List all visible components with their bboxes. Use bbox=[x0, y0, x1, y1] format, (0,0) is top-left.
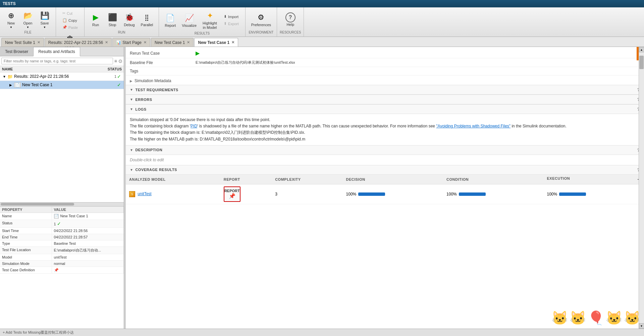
scroll-down-button[interactable]: ▼ bbox=[639, 323, 644, 329]
test-case-expand[interactable]: ▶ bbox=[9, 83, 14, 87]
new-button[interactable]: ⊕ New ▼ bbox=[3, 9, 19, 30]
resources-section-label: RESOURCES bbox=[280, 31, 301, 35]
results-root-status-num: 1 bbox=[114, 74, 116, 78]
unit-test-link[interactable]: unitTest bbox=[138, 191, 151, 196]
visualize-button[interactable]: 📈 Visualize bbox=[179, 11, 200, 30]
description-header[interactable]: ▼ DESCRIPTION ? bbox=[126, 146, 644, 155]
horizontal-scrollbar[interactable] bbox=[0, 202, 124, 206]
prop-row-status: Status 1 ✓ bbox=[0, 220, 124, 227]
tab-new-test-case-1-b-label: New Test Case 1 bbox=[198, 40, 229, 45]
property-col-header: PROPERTY bbox=[0, 207, 52, 213]
tab-start-page[interactable]: 📊 Start Page ✕ bbox=[112, 38, 150, 47]
report-btn-label: REPORT bbox=[224, 189, 240, 193]
run-button[interactable]: ▶ Run bbox=[87, 10, 104, 29]
scroll-up-button[interactable]: ▲ bbox=[639, 47, 644, 52]
properties-table: PROPERTY VALUE Name 📄 New Test Case 1 bbox=[0, 207, 124, 274]
coverage-header-row: ANALYZED MODEL REPORT COMPLEXITY DECISIO… bbox=[126, 175, 644, 184]
prop-start-time-label: Start Time bbox=[0, 227, 52, 234]
right-scrollbar[interactable]: ▲ ▼ bbox=[639, 47, 644, 329]
analyzed-model-header: ANALYZED MODEL bbox=[129, 177, 166, 181]
results-root-expand-icon[interactable]: ▼ bbox=[3, 75, 7, 78]
toolbar-resources-section: ? Help RESOURCES bbox=[277, 7, 304, 37]
filter-list-icon[interactable]: ≡ bbox=[114, 58, 117, 64]
parallel-icon: ⣿ bbox=[142, 12, 152, 23]
prop-type-value: Baseline Test bbox=[52, 240, 123, 246]
import-icon: ⬇ bbox=[224, 14, 227, 19]
prop-row-file-location: Test File Location E:\matlabpro\自己练习自动..… bbox=[0, 246, 124, 254]
report-button[interactable]: 📄 Report bbox=[162, 11, 179, 30]
prop-end-time-label: End Time bbox=[0, 234, 52, 240]
description-section: ▼ DESCRIPTION ? Double-click to edit bbox=[126, 146, 644, 165]
test-case-label: New Test Case 1 bbox=[22, 82, 111, 87]
stop-button[interactable]: ⬛ Stop bbox=[104, 10, 121, 29]
parallel-label: Parallel bbox=[141, 23, 153, 27]
prop-model-value: unitTest bbox=[52, 254, 123, 260]
copy-button[interactable]: 📋 Copy bbox=[60, 17, 80, 23]
pid-link[interactable]: PID bbox=[191, 124, 197, 128]
content-scroll[interactable]: Rerun Test Case ▶ Baseline File E:\matla… bbox=[126, 47, 644, 336]
tree: ▼ 📁 Results: 2022-Apr-22 21:28:56 1 ✓ ▶ … bbox=[0, 72, 124, 202]
cut-button[interactable]: ✂ Cut bbox=[60, 10, 80, 16]
coverage-header[interactable]: ▼ COVERAGE RESULTS ? bbox=[126, 165, 644, 175]
errors-header[interactable]: ▼ ERRORS ? bbox=[126, 95, 644, 104]
logs-content: Simulation stopped at '0.04' because the… bbox=[126, 114, 644, 145]
scroll-track bbox=[639, 52, 644, 323]
search-input[interactable] bbox=[1, 58, 113, 64]
tags-value bbox=[193, 67, 644, 75]
import-button[interactable]: ⬇ Import bbox=[221, 13, 241, 20]
paste-button[interactable]: 📌 Paste bbox=[60, 24, 80, 31]
save-button[interactable]: 💾 Save ▼ bbox=[36, 9, 53, 30]
prop-file-location-label: Test File Location bbox=[0, 246, 52, 254]
decision-header: DECISION bbox=[346, 177, 365, 181]
tab-new-test-case-1-b-close[interactable]: ✕ bbox=[231, 40, 234, 45]
tab-test-suite-1-label: New Test Suite 1 bbox=[5, 40, 35, 45]
tab-new-test-case-1-b[interactable]: New Test Case 1 ✕ bbox=[194, 38, 238, 47]
sim-meta-arrow-icon[interactable]: ▶ bbox=[130, 79, 132, 83]
description-content[interactable]: Double-click to edit bbox=[126, 155, 644, 165]
test-requirements-header[interactable]: ▼ TEST REQUIREMENTS ? bbox=[126, 85, 644, 95]
coverage-results-label: COVERAGE RESULTS bbox=[135, 168, 177, 172]
coverage-row-unittest: S unitTest REPORT 📌 3 bbox=[126, 184, 644, 204]
help-button[interactable]: ? Help bbox=[282, 11, 299, 29]
tab-test-suite-1-close[interactable]: ✕ bbox=[37, 40, 40, 45]
logs-header[interactable]: ▼ LOGS ? bbox=[126, 105, 644, 114]
import-label: Import bbox=[228, 15, 238, 19]
logs-section: ▼ LOGS ? Simulation stopped at '0.04' be… bbox=[126, 105, 644, 146]
errors-arrow-icon: ▼ bbox=[130, 98, 133, 101]
tab-results-artifacts[interactable]: Results and Artifacts bbox=[33, 47, 80, 56]
tab-test-suite-1[interactable]: New Test Suite 1 ✕ bbox=[1, 38, 44, 47]
filter-icon[interactable]: ⊙ bbox=[118, 58, 122, 64]
toolbar-edit-section: ✂ Cut 📋 Copy 📌 Paste 🗑 Delete EDIT bbox=[56, 7, 85, 37]
preferences-button[interactable]: ⚙ Preferences bbox=[248, 10, 274, 29]
copy-label: Copy bbox=[68, 18, 77, 22]
prop-status-label: Status bbox=[0, 220, 52, 227]
tab-results-2022-close[interactable]: ✕ bbox=[105, 40, 108, 45]
name-value-icon: 📄 bbox=[54, 214, 59, 219]
import-export-group: ⬇ Import ⬆ Export bbox=[220, 12, 243, 28]
status-num-text: 1 bbox=[54, 222, 57, 226]
status-value-icon: ✓ bbox=[57, 221, 61, 226]
tab-new-test-case-1-a-close[interactable]: ✕ bbox=[187, 40, 190, 45]
tab-test-browser[interactable]: Test Browser bbox=[0, 47, 33, 56]
form-grid: Rerun Test Case ▶ Baseline File E:\matla… bbox=[126, 47, 644, 77]
environment-buttons-row: ⚙ Preferences bbox=[248, 9, 274, 31]
coverage-table: ANALYZED MODEL REPORT COMPLEXITY DECISIO… bbox=[126, 175, 644, 204]
open-button[interactable]: 📂 Open ▼ bbox=[19, 9, 36, 30]
parallel-button[interactable]: ⣿ Parallel bbox=[138, 10, 156, 29]
highlight-button[interactable]: ✦ Highlight in Model bbox=[200, 9, 220, 32]
coverage-section: ▼ COVERAGE RESULTS ? ANALYZED MODEL REPO… bbox=[126, 165, 644, 204]
tree-item-new-test-case-1[interactable]: ▶ 📄 New Test Case 1 ✓ bbox=[0, 81, 124, 89]
tab-start-page-close[interactable]: ✕ bbox=[144, 40, 147, 45]
report-btn[interactable]: REPORT 📌 bbox=[224, 186, 240, 202]
tab-new-test-case-1-a[interactable]: New Test Case 1 ✕ bbox=[151, 38, 194, 47]
tab-results-2022[interactable]: Results: 2022-Apr-22 21:28:56 ✕ bbox=[45, 38, 112, 47]
debug-button[interactable]: 🐞 Debug bbox=[121, 10, 138, 29]
tree-item-results-root[interactable]: ▼ 📁 Results: 2022-Apr-22 21:28:56 1 ✓ bbox=[0, 72, 124, 81]
shadowed-files-link[interactable]: "Avoiding Problems with Shadowed Files" bbox=[436, 124, 511, 128]
prop-row-test-case-def: Test Case Definition 📌 bbox=[0, 267, 124, 273]
status-bar-text: + Add Tests for Missing覆盖控制工程师小达 bbox=[3, 330, 74, 335]
play-icon[interactable]: ▶ bbox=[196, 50, 200, 56]
export-button[interactable]: ⬆ Export bbox=[221, 20, 241, 27]
complexity-cell: 3 bbox=[272, 184, 342, 204]
toolbar-environment-section: ⚙ Preferences ENVIRONMENT bbox=[246, 7, 277, 37]
